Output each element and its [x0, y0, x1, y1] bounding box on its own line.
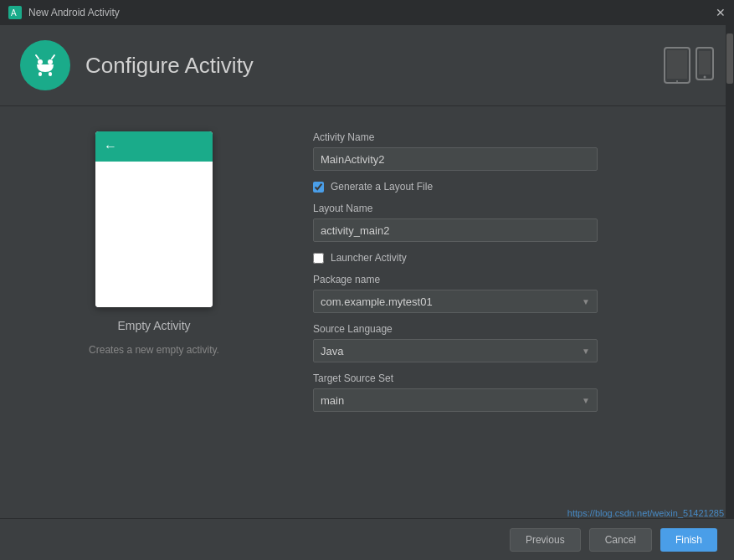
- cancel-button[interactable]: Cancel: [589, 528, 652, 552]
- svg-rect-12: [699, 51, 711, 74]
- close-button[interactable]: ✕: [716, 6, 726, 19]
- package-name-group: Package name com.example.mytest01 ▼: [313, 274, 714, 313]
- target-source-set-label: Target Source Set: [313, 372, 714, 384]
- generate-layout-row: Generate a Layout File: [313, 181, 714, 193]
- svg-point-13: [704, 76, 706, 79]
- activity-name-input[interactable]: [313, 147, 598, 171]
- android-logo: [20, 40, 70, 90]
- app-icon: A: [8, 6, 22, 19]
- activity-name-label: Activity Name: [313, 131, 714, 143]
- svg-point-2: [38, 59, 43, 64]
- package-name-dropdown[interactable]: com.example.mytest01 ▼: [313, 290, 598, 313]
- title-bar-left: A New Android Activity: [8, 6, 120, 19]
- svg-line-5: [52, 55, 54, 59]
- phone-toolbar: ←: [95, 131, 213, 162]
- page-title: Configure Activity: [85, 53, 254, 79]
- launcher-activity-row: Launcher Activity: [313, 252, 714, 264]
- svg-point-10: [676, 80, 678, 82]
- layout-name-label: Layout Name: [313, 203, 714, 214]
- source-language-group: Source Language Java ▼: [313, 323, 714, 362]
- svg-rect-9: [667, 50, 687, 79]
- device-icons: [664, 47, 714, 84]
- source-language-dropdown[interactable]: Java ▼: [313, 339, 598, 362]
- layout-name-group: Layout Name: [313, 203, 714, 242]
- source-language-value: Java: [321, 345, 343, 357]
- layout-name-input[interactable]: [313, 218, 598, 242]
- launcher-activity-checkbox[interactable]: [313, 253, 324, 264]
- phone-body: [95, 162, 213, 307]
- left-panel: ← Empty Activity Creates a new empty act…: [20, 123, 288, 501]
- tablet-icon: [664, 47, 690, 84]
- svg-line-4: [36, 55, 38, 59]
- header: Configure Activity: [0, 25, 734, 106]
- back-arrow-icon: ←: [104, 139, 117, 154]
- svg-rect-6: [38, 72, 42, 76]
- scrollbar-thumb[interactable]: [726, 33, 733, 84]
- window-title: New Android Activity: [28, 7, 120, 18]
- title-bar: A New Android Activity ✕: [0, 0, 734, 25]
- target-source-set-value: main: [321, 394, 344, 407]
- package-name-label: Package name: [313, 274, 714, 285]
- watermark: https://blog.csdn.net/weixin_51421285: [567, 508, 724, 518]
- activity-name-group: Activity Name: [313, 131, 714, 171]
- svg-text:A: A: [11, 8, 17, 18]
- generate-layout-label: Generate a Layout File: [331, 181, 433, 193]
- target-source-set-dropdown[interactable]: main ▼: [313, 388, 598, 412]
- package-name-value: com.example.mytest01: [321, 295, 433, 308]
- android-icon: [30, 50, 60, 80]
- header-left: Configure Activity: [20, 40, 254, 90]
- package-dropdown-arrow: ▼: [582, 297, 590, 306]
- source-dropdown-arrow: ▼: [582, 347, 590, 356]
- target-dropdown-arrow: ▼: [582, 396, 590, 405]
- right-panel: Activity Name Generate a Layout File Lay…: [313, 123, 714, 501]
- target-source-set-group: Target Source Set main ▼: [313, 372, 714, 412]
- phone-preview: ←: [95, 131, 213, 307]
- svg-rect-7: [49, 72, 52, 76]
- main-content: ← Empty Activity Creates a new empty act…: [0, 106, 734, 518]
- activity-description: Creates a new empty activity.: [80, 344, 228, 356]
- generate-layout-checkbox[interactable]: [313, 182, 324, 193]
- finish-button[interactable]: Finish: [660, 528, 717, 552]
- phone-icon: [696, 47, 714, 80]
- svg-point-3: [48, 59, 53, 64]
- previous-button[interactable]: Previous: [510, 528, 581, 552]
- activity-type-label: Empty Activity: [117, 319, 190, 332]
- scrollbar[interactable]: [726, 25, 734, 560]
- launcher-activity-label: Launcher Activity: [331, 252, 407, 264]
- footer: Previous Cancel Finish: [0, 518, 734, 560]
- source-language-label: Source Language: [313, 323, 714, 335]
